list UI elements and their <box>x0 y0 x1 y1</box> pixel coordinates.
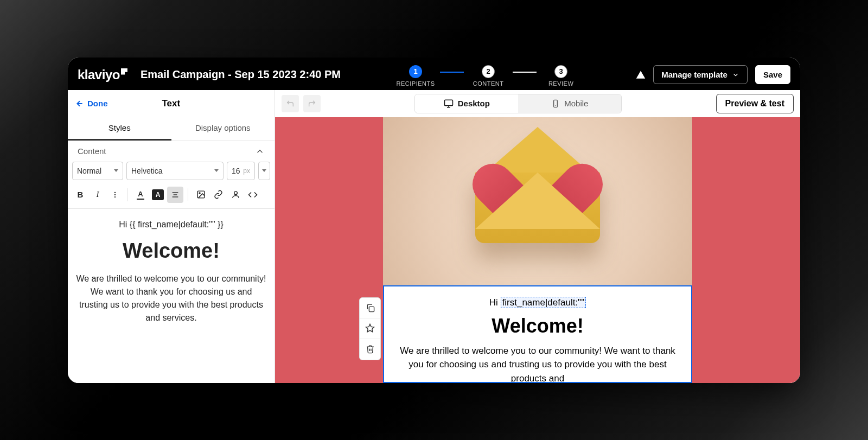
align-center-icon <box>171 190 180 199</box>
trash-icon <box>366 345 375 354</box>
save-button[interactable]: Save <box>755 65 790 84</box>
warning-icon[interactable] <box>636 70 646 80</box>
step-content[interactable]: 2 CONTENT <box>464 65 513 87</box>
device-toggle: Desktop Mobile <box>414 94 622 113</box>
caret-down-icon <box>214 169 219 172</box>
redo-button[interactable] <box>303 95 321 112</box>
editor-body: We are thrilled to welcome you to our co… <box>75 272 267 324</box>
size-unit: px <box>243 167 250 175</box>
highlight-color-button[interactable]: A <box>150 187 166 203</box>
tab-styles[interactable]: Styles <box>68 117 171 141</box>
link-icon <box>214 190 223 199</box>
dots-vertical-icon <box>111 191 119 199</box>
person-icon <box>231 190 240 199</box>
svg-point-8 <box>199 193 200 194</box>
email-canvas[interactable]: Text Hi first_name|default:"" Welcome! W… <box>275 117 800 383</box>
panel-tabs: Styles Display options <box>68 117 275 141</box>
step-recipients[interactable]: 1 RECIPIENTS <box>391 65 440 87</box>
editor-greeting: Hi {{ first_name|default:"" }} <box>75 220 267 229</box>
step-label: RECIPIENTS <box>397 80 435 87</box>
font-size-dropdown[interactable] <box>258 162 270 180</box>
code-icon <box>248 190 258 200</box>
top-bar: klaviyo Email Campaign - Sep 15 2023 2:4… <box>68 58 800 90</box>
email-column: Text Hi first_name|default:"" Welcome! W… <box>383 117 692 383</box>
svg-rect-13 <box>554 100 558 107</box>
tab-display-options[interactable]: Display options <box>171 117 275 141</box>
paragraph-style-select[interactable]: Normal <box>72 162 123 180</box>
divider <box>127 188 128 201</box>
font-family-select[interactable]: Helvetica <box>126 162 224 180</box>
insert-image-button[interactable] <box>193 187 209 203</box>
code-view-button[interactable] <box>245 187 261 203</box>
desktop-icon <box>444 99 454 109</box>
text-color-button[interactable]: A <box>132 187 149 203</box>
left-panel-header: Done Text <box>68 90 275 117</box>
font-size-input[interactable]: 16 px <box>227 162 255 180</box>
step-circle: 1 <box>409 65 422 78</box>
align-center-button[interactable] <box>167 187 183 203</box>
editor-content[interactable]: Hi {{ first_name|default:"" }} Welcome! … <box>68 209 275 335</box>
campaign-title: Email Campaign - Sep 15 2023 2:40 PM <box>141 68 341 81</box>
canvas-body: We are thrilled to welcome you to our co… <box>399 344 676 383</box>
wizard-steps: 1 RECIPIENTS 2 CONTENT 3 REVIEW <box>354 63 623 87</box>
device-desktop-button[interactable]: Desktop <box>415 94 518 113</box>
brand-text: klaviyo <box>78 67 120 82</box>
svg-point-1 <box>114 192 116 193</box>
svg-rect-10 <box>444 100 452 106</box>
undo-icon <box>286 99 295 108</box>
size-value: 16 <box>232 167 240 175</box>
bold-button[interactable]: B <box>72 187 88 203</box>
svg-marker-16 <box>366 324 374 332</box>
preview-test-button[interactable]: Preview & test <box>716 94 794 113</box>
personalization-token[interactable]: first_name|default:"" <box>501 297 586 308</box>
hero-image-block[interactable] <box>383 117 692 285</box>
step-review[interactable]: 3 REVIEW <box>537 65 585 87</box>
block-floating-toolbar <box>359 297 381 360</box>
mobile-icon <box>551 99 560 108</box>
manage-template-label: Manage template <box>661 70 727 79</box>
canvas-greeting: Hi first_name|default:"" <box>399 297 676 308</box>
undo-button[interactable] <box>282 95 299 112</box>
more-formatting-button[interactable] <box>107 187 123 203</box>
insert-link-button[interactable] <box>210 187 226 203</box>
left-panel: Done Text Styles Display options Content… <box>68 90 275 383</box>
italic-button[interactable]: I <box>90 187 106 203</box>
app-window: klaviyo Email Campaign - Sep 15 2023 2:4… <box>68 58 800 383</box>
chevron-up-icon <box>255 146 265 156</box>
header-actions: Manage template Save <box>636 65 790 84</box>
accordion-content[interactable]: Content <box>68 141 275 162</box>
copy-icon <box>366 303 375 313</box>
brand-logo: klaviyo <box>78 67 127 82</box>
greeting-prefix: Hi <box>489 297 501 308</box>
svg-point-3 <box>114 196 116 197</box>
favorite-block-button[interactable] <box>360 318 380 339</box>
caret-down-icon <box>114 169 118 172</box>
envelope-illustration <box>475 151 600 243</box>
delete-block-button[interactable] <box>360 339 380 360</box>
select-value: Helvetica <box>131 167 163 175</box>
manage-template-button[interactable]: Manage template <box>653 65 748 84</box>
text-block-selected[interactable]: Text Hi first_name|default:"" Welcome! W… <box>383 285 692 383</box>
canvas-headline: Welcome! <box>399 315 676 337</box>
chevron-down-icon <box>732 71 739 79</box>
step-connector <box>440 72 464 73</box>
svg-rect-15 <box>369 307 374 311</box>
canvas-wrap: Desktop Mobile Preview & test <box>275 90 800 383</box>
svg-point-9 <box>234 192 237 195</box>
device-mobile-button[interactable]: Mobile <box>518 94 621 113</box>
format-icons-row: B I A A <box>68 184 275 209</box>
insert-personalization-button[interactable] <box>227 187 244 203</box>
step-connector <box>513 72 537 73</box>
device-label: Desktop <box>458 99 490 108</box>
star-icon <box>365 323 375 333</box>
image-icon <box>196 190 206 199</box>
step-label: CONTENT <box>473 80 504 87</box>
panel-title: Text <box>75 98 267 109</box>
canvas-toolbar: Desktop Mobile Preview & test <box>275 90 800 117</box>
duplicate-block-button[interactable] <box>360 298 380 318</box>
divider <box>188 188 188 201</box>
caret-down-icon <box>262 169 266 172</box>
brand-mark-icon <box>121 68 127 75</box>
svg-point-2 <box>114 194 116 195</box>
editor-headline: Welcome! <box>75 239 267 263</box>
